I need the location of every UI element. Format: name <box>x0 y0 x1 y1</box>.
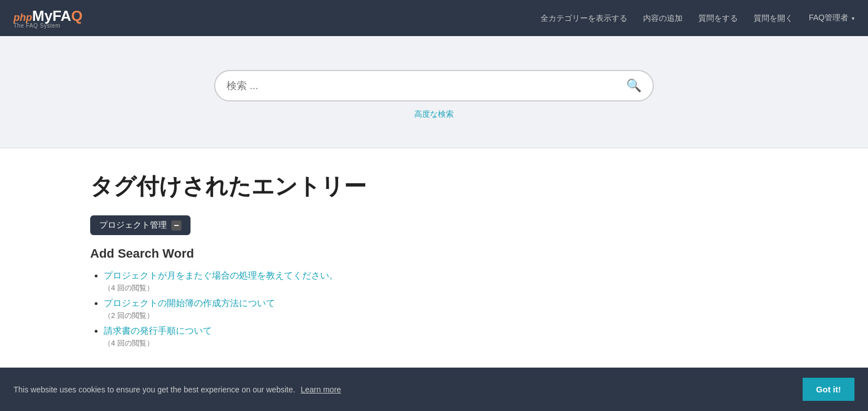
chevron-down-icon: ▾ <box>852 15 854 21</box>
list-item: プロジェクトの開始簿の作成方法について （2 回の閲覧） <box>104 298 778 321</box>
entry-list: プロジェクトが月をまたぐ場合の処理を教えてください。 （4 回の閲覧） プロジェ… <box>90 270 778 348</box>
nav-links: 全カテゴリーを表示する 内容の追加 質問をする 質問を開く FAQ管理者 ▾ <box>541 13 854 24</box>
tag-label: プロジェクト管理 <box>99 220 167 231</box>
admin-dropdown[interactable]: FAQ管理者 ▾ <box>809 13 854 23</box>
nav-item-add-content[interactable]: 内容の追加 <box>643 13 683 24</box>
remove-tag-icon[interactable]: − <box>171 220 181 231</box>
entry-link-1[interactable]: プロジェクトが月をまたぐ場合の処理を教えてください。 <box>104 271 338 280</box>
main-content: タグ付けされたエントリー プロジェクト管理 − Add Search Word … <box>0 148 868 387</box>
tag-badge[interactable]: プロジェクト管理 − <box>90 215 191 235</box>
search-icon[interactable]: 🔍 <box>626 78 641 93</box>
cookie-message: This website uses cookies to ensure you … <box>14 385 796 387</box>
cookie-banner: This website uses cookies to ensure you … <box>0 368 868 387</box>
admin-label: FAQ管理者 <box>809 13 848 23</box>
entry-link-3[interactable]: 請求書の発行手順について <box>104 326 212 335</box>
entry-link-2[interactable]: プロジェクトの開始簿の作成方法について <box>104 298 275 308</box>
logo-myfaq: MyFAQ <box>32 7 83 24</box>
hero-section: 🔍 高度な検索 <box>0 36 868 148</box>
nav-item-all-categories[interactable]: 全カテゴリーを表示する <box>541 13 627 24</box>
nav-item-admin[interactable]: FAQ管理者 ▾ <box>809 13 854 23</box>
list-item: プロジェクトが月をまたぐ場合の処理を教えてください。 （4 回の閲覧） <box>104 270 778 293</box>
cookie-got-it-button[interactable]: Got it! <box>803 378 854 387</box>
search-bar: 🔍 <box>214 70 654 101</box>
list-item: 請求書の発行手順について （4 回の閲覧） <box>104 325 778 348</box>
nav-item-open-question[interactable]: 質問を開く <box>754 13 793 24</box>
add-search-word-heading: Add Search Word <box>90 246 778 261</box>
nav-link-add-content[interactable]: 内容の追加 <box>643 14 683 23</box>
nav-link-ask-question[interactable]: 質問をする <box>698 14 738 23</box>
logo-subtitle: The FAQ System <box>14 23 83 29</box>
entry-views-3: （4 回の閲覧） <box>104 338 778 348</box>
logo-php: php <box>14 12 32 23</box>
cookie-message-text: This website uses cookies to ensure you … <box>14 385 295 387</box>
page-title: タグ付けされたエントリー <box>90 171 778 202</box>
search-input[interactable] <box>227 80 626 92</box>
entry-views-2: （2 回の閲覧） <box>104 311 778 321</box>
navbar: phpMyFAQ The FAQ System 全カテゴリーを表示する 内容の追… <box>0 0 868 36</box>
cookie-learn-more-link[interactable]: Learn more <box>301 385 342 387</box>
logo: phpMyFAQ The FAQ System <box>14 7 83 29</box>
advanced-search-link[interactable]: 高度な検索 <box>414 109 454 120</box>
nav-link-open-question[interactable]: 質問を開く <box>754 14 793 23</box>
nav-item-ask-question[interactable]: 質問をする <box>698 13 738 24</box>
nav-link-all-categories[interactable]: 全カテゴリーを表示する <box>541 14 627 23</box>
logo-text: phpMyFAQ The FAQ System <box>14 7 83 29</box>
entry-views-1: （4 回の閲覧） <box>104 283 778 293</box>
